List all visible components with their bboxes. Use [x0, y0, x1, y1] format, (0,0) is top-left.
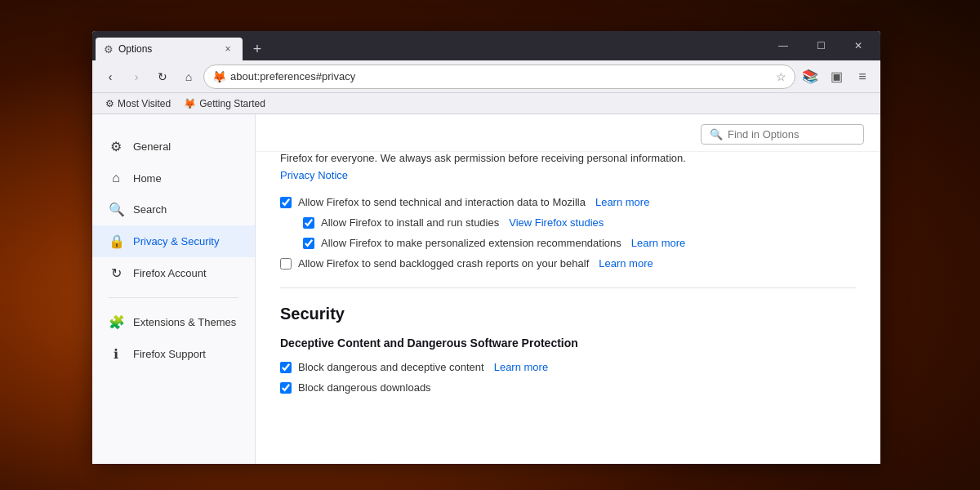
personalized-ext-label: Allow Firefox to make personalized exten…	[321, 237, 621, 249]
sidebar-item-home[interactable]: ⌂ Home	[92, 163, 255, 194]
install-studies-label: Allow Firefox to install and run studies	[321, 216, 499, 229]
privacy-notice-link[interactable]: Privacy Notice	[280, 169, 348, 181]
getting-started-label: Getting Started	[199, 98, 265, 109]
content-area: ⚙ General ⌂ Home 🔍 Search 🔒 Privacy & Se…	[92, 114, 880, 464]
sidebar-item-extensions[interactable]: 🧩 Extensions & Themes	[92, 306, 255, 338]
checkbox-row-personalized: Allow Firefox to make personalized exten…	[303, 235, 856, 251]
window-controls: — ☐ ✕	[764, 31, 880, 60]
block-downloads-checkbox[interactable]	[280, 382, 292, 394]
block-downloads-label: Block dangerous downloads	[298, 381, 431, 394]
sidebar-label-account: Firefox Account	[133, 267, 207, 279]
menu-button[interactable]: ≡	[851, 65, 874, 88]
getting-started-icon: 🦊	[184, 98, 196, 109]
technical-data-checkbox[interactable]	[280, 197, 292, 208]
dangerous-content-subsection-title: Deceptive Content and Dangerous Software…	[280, 336, 856, 350]
block-dangerous-learn-more-link[interactable]: Learn more	[494, 361, 548, 373]
technical-data-learn-more-link[interactable]: Learn more	[595, 196, 649, 208]
install-studies-checkbox[interactable]	[303, 217, 314, 229]
maximize-button[interactable]: ☐	[802, 31, 840, 60]
tab-close-button[interactable]: ×	[221, 42, 234, 56]
partial-description-text: Firefox for everyone. We always ask perm…	[280, 152, 856, 164]
find-input[interactable]	[728, 128, 855, 140]
sidebar-divider	[109, 297, 238, 298]
firefox-logo-icon: 🦊	[212, 70, 225, 83]
title-bar: ⚙ Options × + — ☐ ✕	[92, 31, 880, 60]
sidebar-label-privacy: Privacy & Security	[133, 235, 219, 247]
main-content[interactable]: 🔍 Firefox for everyone. We always ask pe…	[256, 114, 880, 464]
checkbox-row-block-dangerous: Block dangerous and deceptive content Le…	[280, 359, 856, 375]
most-visited-icon: ⚙	[105, 98, 114, 109]
sidebar-item-account[interactable]: ↻ Firefox Account	[92, 257, 255, 289]
sidebar-button[interactable]: ▣	[825, 65, 848, 88]
sidebar-label-search: Search	[133, 203, 167, 216]
tab-icon: ⚙	[104, 43, 114, 56]
most-visited-label: Most Visited	[118, 98, 171, 109]
tab-title: Options	[118, 43, 216, 55]
options-content: Firefox for everyone. We always ask perm…	[256, 152, 880, 425]
account-sync-icon: ↻	[109, 265, 123, 281]
find-input-wrapper[interactable]: 🔍	[701, 124, 864, 145]
checkbox-row-crash: Allow Firefox to send backlogged crash r…	[280, 256, 856, 271]
general-icon: ⚙	[109, 139, 123, 154]
checkbox-row-technical: Allow Firefox to send technical and inte…	[280, 194, 856, 210]
search-icon: 🔍	[109, 202, 123, 217]
bookmark-star-icon[interactable]: ☆	[776, 70, 786, 83]
new-tab-button[interactable]: +	[246, 38, 269, 60]
bookmarks-bar: ⚙ Most Visited 🦊 Getting Started	[92, 93, 880, 114]
library-button[interactable]: 📚	[799, 65, 822, 88]
find-bar: 🔍	[256, 114, 880, 152]
personalized-ext-checkbox[interactable]	[303, 238, 314, 249]
crash-reports-learn-more-link[interactable]: Learn more	[599, 257, 653, 270]
sidebar-item-search[interactable]: 🔍 Search	[92, 194, 255, 225]
address-bar[interactable]: 🦊 about:preferences#privacy ☆	[203, 65, 795, 89]
minimize-button[interactable]: —	[764, 31, 802, 60]
home-button[interactable]: ⌂	[177, 65, 200, 88]
security-section-title: Security	[280, 305, 856, 323]
address-text: about:preferences#privacy	[230, 70, 771, 82]
personalized-ext-learn-more-link[interactable]: Learn more	[631, 237, 685, 249]
sidebar-item-support[interactable]: ℹ Firefox Support	[92, 338, 255, 370]
bookmark-most-visited[interactable]: ⚙ Most Visited	[102, 96, 174, 111]
sidebar-label-general: General	[133, 140, 171, 153]
sidebar-item-privacy[interactable]: 🔒 Privacy & Security	[92, 225, 255, 257]
bookmark-getting-started[interactable]: 🦊 Getting Started	[180, 96, 269, 111]
checkbox-row-studies: Allow Firefox to install and run studies…	[303, 215, 856, 230]
section-divider	[280, 287, 856, 288]
extensions-icon: 🧩	[109, 314, 123, 330]
home-icon: ⌂	[109, 171, 123, 185]
sidebar-item-general[interactable]: ⚙ General	[92, 131, 255, 163]
back-button[interactable]: ‹	[99, 65, 122, 88]
view-firefox-studies-link[interactable]: View Firefox studies	[509, 216, 604, 229]
tab-area: ⚙ Options × +	[92, 31, 764, 60]
privacy-lock-icon: 🔒	[109, 234, 123, 249]
find-search-icon: 🔍	[710, 128, 723, 140]
technical-data-label: Allow Firefox to send technical and inte…	[298, 196, 586, 208]
sidebar: ⚙ General ⌂ Home 🔍 Search 🔒 Privacy & Se…	[92, 114, 256, 464]
sidebar-label-extensions: Extensions & Themes	[133, 316, 236, 328]
crash-reports-checkbox[interactable]	[280, 258, 292, 270]
crash-reports-label: Allow Firefox to send backlogged crash r…	[298, 257, 589, 270]
toolbar: ‹ › ↻ ⌂ 🦊 about:preferences#privacy ☆ 📚 …	[92, 60, 880, 93]
sidebar-label-support: Firefox Support	[133, 348, 206, 360]
block-dangerous-label: Block dangerous and deceptive content	[298, 361, 484, 373]
active-tab[interactable]: ⚙ Options ×	[96, 38, 243, 60]
sidebar-label-home: Home	[133, 172, 162, 185]
block-dangerous-checkbox[interactable]	[280, 362, 292, 373]
support-icon: ℹ	[109, 346, 123, 362]
browser-window: ⚙ Options × + — ☐ ✕ ‹ › ↻ ⌂ 🦊 about:pref…	[92, 31, 880, 464]
checkbox-row-block-downloads: Block dangerous downloads	[280, 380, 856, 395]
reload-button[interactable]: ↻	[151, 65, 174, 88]
close-button[interactable]: ✕	[840, 31, 877, 60]
toolbar-right: 📚 ▣ ≡	[799, 65, 874, 88]
forward-button[interactable]: ›	[125, 65, 148, 88]
